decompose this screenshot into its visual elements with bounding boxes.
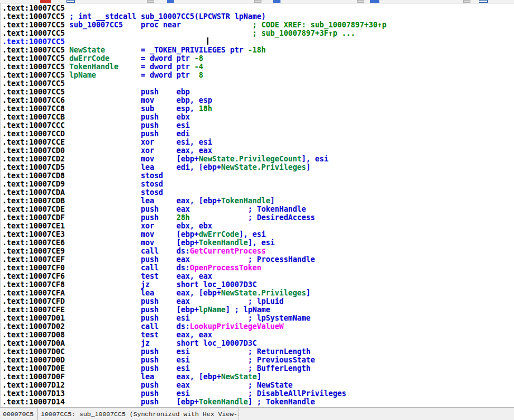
asm-line[interactable]: .text:10007CD2 mov [ebp+NewState.Privile… — [2, 155, 514, 163]
toolbar-icon-fragment[interactable] — [147, 0, 154, 3]
asm-line[interactable]: .text:10007CDB lea eax, [ebp+TokenHandle… — [2, 197, 514, 205]
toolbar-icon-fragment[interactable] — [273, 0, 280, 3]
toolbar-icon-fragment[interactable] — [254, 0, 261, 3]
asm-line[interactable]: .text:10007CC5 push ebp — [2, 88, 514, 96]
asm-line[interactable]: .text:10007D12 push eax ; NewState — [2, 381, 514, 389]
asm-line[interactable]: .text:10007CC5 — [2, 79, 514, 88]
toolbar-icon-fragment[interactable] — [479, 0, 488, 3]
asm-token: NewState.Privileges — [221, 163, 306, 171]
asm-token: stosd — [141, 180, 163, 188]
asm-line[interactable]: .text:10007CC5 — [2, 37, 514, 46]
asm-address: .text:10007CC5 — [2, 21, 69, 29]
asm-token: ; int __stdcall sub_10007CC5(LPCWSTR lpN… — [69, 12, 266, 21]
asm-line[interactable]: .text:10007D13 push esi ; DisableAllPriv… — [2, 389, 514, 398]
asm-line[interactable]: .text:10007CDA stosd — [2, 188, 514, 197]
asm-line[interactable]: .text:10007D02 call ds:LookupPrivilegeVa… — [2, 322, 514, 331]
asm-line[interactable]: .text:10007CC5 NewState = _TOKEN_PRIVILE… — [2, 46, 514, 54]
asm-address: .text:10007D0A — [2, 339, 141, 347]
asm-line[interactable]: .text:10007CD0 xor eax, eax — [2, 146, 514, 155]
asm-token: dwErrCode — [69, 54, 110, 63]
asm-token: OpenProcessToken — [190, 264, 261, 272]
asm-line[interactable]: .text:10007CFA lea eax, [ebp+NewState.Pr… — [2, 289, 514, 297]
asm-token — [190, 255, 248, 264]
asm-token: ], esi — [239, 230, 266, 238]
asm-address: .text:10007CDA — [2, 188, 141, 197]
asm-address: .text:10007CC5 — [2, 46, 69, 54]
asm-token: ; ProcessHandle — [248, 255, 315, 264]
toolbar-icon-fragment[interactable] — [167, 0, 174, 3]
asm-line[interactable]: .text:10007D14 push [ebp+TokenHandle] ; … — [2, 398, 514, 406]
asm-line[interactable]: .text:10007CE9 call ds:GetCurrentProcess — [2, 247, 514, 255]
toolbar-icon-fragment[interactable] — [66, 0, 75, 3]
asm-line[interactable]: .text:10007CFD push eax ; lpLuid — [2, 297, 514, 306]
asm-address: .text:10007CDF — [2, 213, 141, 222]
asm-token: push esi — [141, 389, 190, 398]
asm-line[interactable]: .text:10007CCC push esi — [2, 121, 514, 130]
asm-token: lpName — [199, 306, 226, 314]
asm-line[interactable]: .text:10007D0A jz short loc_10007D3C — [2, 339, 514, 347]
asm-line[interactable]: .text:10007CD9 stosd — [2, 180, 514, 188]
asm-address: .text:10007CC5 — [2, 71, 69, 79]
asm-line[interactable]: .text:10007CC5 — [2, 4, 514, 12]
asm-address: .text:10007CC5 — [2, 4, 65, 12]
asm-line[interactable]: .text:10007CC5 dwErrCode = dword ptr -8 — [2, 54, 514, 63]
asm-line[interactable]: .text:10007CC5 ; int __stdcall sub_10007… — [2, 12, 514, 21]
toolbar-icon-fragment[interactable] — [463, 0, 470, 3]
asm-line[interactable]: .text:10007D0C push esi ; ReturnLength — [2, 347, 514, 356]
asm-line[interactable]: .text:10007D0D push esi ; PreviousState — [2, 356, 514, 364]
asm-address: .text:10007D13 — [2, 389, 141, 398]
asm-address: .text:10007CCC — [2, 121, 141, 130]
asm-address: .text:10007D01 — [2, 314, 141, 322]
asm-line[interactable]: .text:10007CCB push ebx — [2, 113, 514, 121]
asm-token — [190, 356, 248, 364]
asm-token: lea edi, [ebp+ — [141, 163, 221, 171]
disassembly-view[interactable]: .text:10007CC5.text:10007CC5 ; int __std… — [0, 3, 514, 407]
asm-address: .text:10007CC5 — [2, 63, 69, 71]
asm-line[interactable]: .text:10007CDF push 28h ; DesiredAccess — [2, 213, 514, 222]
asm-token: sub esp, — [141, 104, 199, 113]
asm-token: = dword ptr — [141, 63, 194, 71]
asm-token: ; lpSystemName — [248, 314, 311, 322]
asm-line[interactable]: .text:10007CCD push edi — [2, 130, 514, 138]
asm-line[interactable]: .text:10007CD5 lea edi, [ebp+NewState.Pr… — [2, 163, 514, 171]
asm-line[interactable]: .text:10007CF8 jz short loc_10007D3C — [2, 280, 514, 289]
asm-token: push ebx — [141, 113, 190, 121]
asm-line[interactable]: .text:10007CCE xor esi, esi — [2, 138, 514, 146]
asm-line[interactable]: .text:10007CC6 mov ebp, esp — [2, 96, 514, 104]
asm-line[interactable]: .text:10007CF0 call ds:OpenProcessToken — [2, 264, 514, 272]
asm-line[interactable]: .text:10007CC5 lpName = dword ptr 8 — [2, 71, 514, 79]
asm-token: mov ebp, esp — [141, 96, 212, 104]
asm-address: .text:10007CD5 — [2, 163, 141, 171]
asm-token: TokenHandle — [199, 398, 248, 406]
asm-address: .text:10007CC5 — [2, 54, 69, 63]
asm-token: ; NewState — [248, 381, 293, 389]
asm-line[interactable]: .text:10007CD8 stosd — [2, 171, 514, 180]
asm-token: lea eax, [ebp+ — [141, 197, 221, 205]
asm-line[interactable]: .text:10007D0E push esi ; BufferLength — [2, 364, 514, 373]
asm-address: .text:10007CC8 — [2, 104, 141, 113]
toolbar-icon-fragment[interactable] — [370, 0, 379, 3]
asm-line[interactable]: .text:10007D0F lea eax, [ebp+NewState] — [2, 373, 514, 381]
asm-line[interactable]: .text:10007CEF push eax ; ProcessHandle — [2, 255, 514, 264]
asm-token — [190, 347, 248, 356]
asm-line[interactable]: .text:10007CE1 xor ebx, ebx — [2, 222, 514, 230]
asm-line[interactable]: .text:10007CE6 mov [ebp+TokenHandle], es… — [2, 238, 514, 247]
asm-line[interactable]: .text:10007D01 push esi ; lpSystemName — [2, 314, 514, 322]
asm-line[interactable]: .text:10007CE3 mov [ebp+dwErrCode], esi — [2, 230, 514, 238]
asm-line[interactable]: .text:10007CC5 sub_10007CC5 proc near ; … — [2, 21, 514, 29]
asm-line[interactable]: .text:10007CC5 TokenHandle = dword ptr -… — [2, 63, 514, 71]
asm-token: ; ReturnLength — [248, 347, 311, 356]
asm-line[interactable]: .text:10007CDE push eax ; TokenHandle — [2, 205, 514, 213]
asm-address: .text:10007CE1 — [2, 222, 141, 230]
asm-line[interactable]: .text:10007CC8 sub esp, 18h — [2, 104, 514, 113]
asm-address: .text:10007CCD — [2, 130, 141, 138]
toolbar-icon-fragment[interactable] — [357, 0, 364, 3]
asm-line[interactable]: .text:10007CFE push [ebp+lpName] ; lpNam… — [2, 306, 514, 314]
asm-token — [190, 364, 248, 373]
asm-address: .text:10007CD2 — [2, 155, 141, 163]
asm-token — [110, 54, 141, 63]
asm-line[interactable]: .text:10007CC5 ; sub_10007897+3F↑p ... — [2, 29, 514, 37]
asm-line[interactable]: .text:10007D08 test eax, eax — [2, 331, 514, 339]
toolbar-icon-fragment[interactable] — [40, 0, 51, 3]
asm-line[interactable]: .text:10007CF6 test eax, eax — [2, 272, 514, 280]
